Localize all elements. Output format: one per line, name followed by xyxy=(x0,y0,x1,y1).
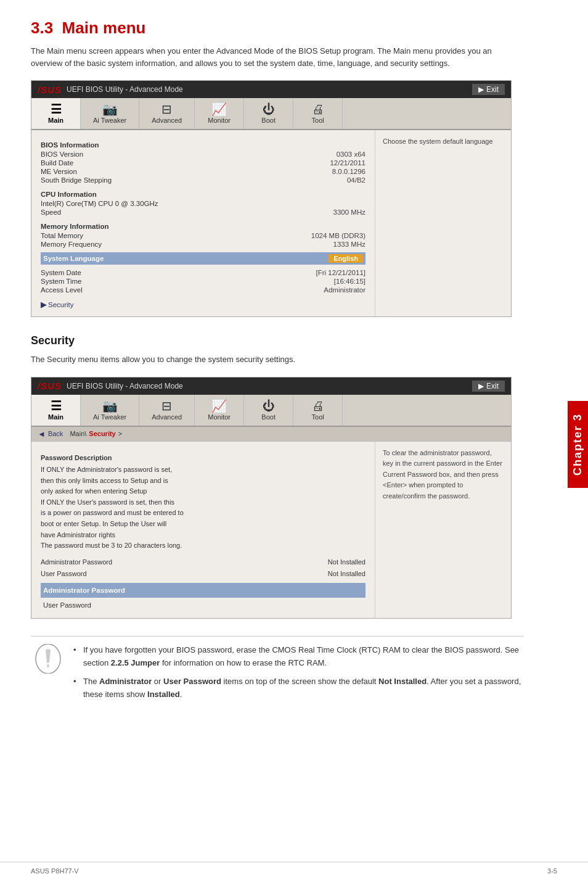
asus-logo: /SUS xyxy=(38,85,62,95)
bios-frame-security: /SUS UEFI BIOS Utility - Advanced Mode ▶… xyxy=(31,377,512,619)
tab-boot[interactable]: ⏻ Boot xyxy=(244,98,293,129)
section-description: The Main menu screen appears when you en… xyxy=(31,45,524,69)
tab2-main[interactable]: ☰ Main xyxy=(31,395,81,426)
tab2-tool[interactable]: 🖨 Tool xyxy=(293,395,343,426)
tab2-advanced-label: Advanced xyxy=(152,413,182,421)
exit-icon: ▶ xyxy=(478,85,484,94)
tab-advanced-label: Advanced xyxy=(152,117,182,124)
cpu-model-row: Intel(R) Core(TM) CPU 0 @ 3.30GHz xyxy=(41,199,365,208)
bios-security-body: Password Description If ONLY the Adminis… xyxy=(31,442,511,618)
chapter-label: Chapter 3 xyxy=(568,401,588,488)
bios-tabs: ☰ Main 📷 Ai Tweaker ⊟ Advanced 📈 Monitor… xyxy=(31,98,511,130)
note-item-1: If you have forgotten your BIOS password… xyxy=(73,644,524,670)
note-bold-not-installed: Not Installed xyxy=(378,677,427,686)
section-number: 3.3 xyxy=(31,19,53,37)
tool-icon-2: 🖨 xyxy=(312,400,324,412)
exit-button[interactable]: ▶ Exit xyxy=(472,84,505,95)
bios2-title: UEFI BIOS Utility - Advanced Mode xyxy=(67,382,183,390)
system-time-row[interactable]: System Time [16:46:15] xyxy=(41,277,365,286)
exit-icon-2: ▶ xyxy=(478,382,484,390)
monitor-icon: 📈 xyxy=(211,103,227,115)
note-content: If you have forgotten your BIOS password… xyxy=(73,644,524,708)
boot-icon-2: ⏻ xyxy=(263,400,275,412)
asus-logo-2: /SUS xyxy=(38,381,62,391)
ai-tweaker-icon-2: 📷 xyxy=(102,400,118,412)
tab2-ai-tweaker[interactable]: 📷 Ai Tweaker xyxy=(81,395,139,426)
tab-ai-label: Ai Tweaker xyxy=(93,117,126,124)
tab2-monitor-label: Monitor xyxy=(208,413,231,421)
note-svg xyxy=(33,644,63,674)
main-icon-2: ☰ xyxy=(51,400,62,412)
tab-advanced[interactable]: ⊟ Advanced xyxy=(139,98,195,129)
main-icon: ☰ xyxy=(51,103,62,115)
breadcrumb-back[interactable]: Back xyxy=(48,430,63,437)
bios-frame-main: /SUS UEFI BIOS Utility - Advanced Mode ▶… xyxy=(31,80,512,317)
note-bold-admin: Administrator xyxy=(99,677,152,686)
breadcrumb-gt: > xyxy=(118,430,122,437)
note-bold-user: User Password xyxy=(163,677,221,686)
user-password-info-row: User Password Not Installed xyxy=(41,568,365,580)
password-desc-text: If ONLY the Administrator's password is … xyxy=(41,464,365,551)
tab-main[interactable]: ☰ Main xyxy=(31,98,81,129)
memory-freq-row: Memory Frequency 1333 MHz xyxy=(41,240,365,249)
note-icon xyxy=(31,644,65,674)
tool-icon: 🖨 xyxy=(312,103,324,115)
bios-breadcrumb: ◄ Back Main\ Security > xyxy=(31,427,511,442)
admin-password-info-row: Administrator Password Not Installed xyxy=(41,556,365,569)
back-arrow-icon: ◄ xyxy=(38,429,46,439)
tab2-ai-label: Ai Tweaker xyxy=(93,413,126,421)
advanced-icon: ⊟ xyxy=(161,103,172,115)
build-date-row: Build Date 12/21/2011 xyxy=(41,159,365,167)
security-section-heading: Security xyxy=(31,334,524,347)
me-version-row: ME Version 8.0.0.1296 xyxy=(41,167,365,176)
monitor-icon-2: 📈 xyxy=(211,400,227,412)
bios-version-row: BIOS Version 0303 x64 xyxy=(41,150,365,159)
security-description: The Security menu items allow you to cha… xyxy=(31,353,524,366)
memory-info-header: Memory Information xyxy=(41,223,365,230)
bios-titlebar: /SUS UEFI BIOS Utility - Advanced Mode ▶… xyxy=(31,81,511,98)
bios2-tabs: ☰ Main 📷 Ai Tweaker ⊟ Advanced 📈 Monitor… xyxy=(31,395,511,427)
section-heading: 3.3 Main menu xyxy=(31,19,524,38)
note-item-2: The Administrator or User Password items… xyxy=(73,675,524,701)
system-language-label: System Language xyxy=(43,255,104,262)
tab-monitor-label: Monitor xyxy=(208,117,231,124)
tab-monitor[interactable]: 📈 Monitor xyxy=(195,98,244,129)
south-bridge-row: South Bridge Stepping 04/B2 xyxy=(41,176,365,184)
security-right-text: To clear the administrator password, key… xyxy=(383,449,502,500)
tab2-advanced[interactable]: ⊟ Advanced xyxy=(139,395,195,426)
security-label: Security xyxy=(48,301,74,308)
tab-tool[interactable]: 🖨 Tool xyxy=(293,98,343,129)
bios-security-left: Password Description If ONLY the Adminis… xyxy=(31,442,375,618)
footer-right: 3-5 xyxy=(547,867,557,875)
tab-main-label: Main xyxy=(48,117,63,124)
tab2-boot[interactable]: ⏻ Boot xyxy=(244,395,293,426)
note-box: If you have forgotten your BIOS password… xyxy=(31,636,524,715)
bios-title: UEFI BIOS Utility - Advanced Mode xyxy=(67,85,183,94)
chevron-icon: ▶ xyxy=(41,300,46,309)
admin-password-link[interactable]: Administrator Password xyxy=(41,583,365,598)
tab-ai-tweaker[interactable]: 📷 Ai Tweaker xyxy=(81,98,139,129)
exit-button-2[interactable]: ▶ Exit xyxy=(472,381,505,392)
bios2-titlebar: /SUS UEFI BIOS Utility - Advanced Mode ▶… xyxy=(31,377,511,395)
tab-tool-label: Tool xyxy=(312,117,324,124)
note-bold-1: 2.2.5 Jumper xyxy=(111,658,160,667)
bios-main-body: BIOS Information BIOS Version 0303 x64 B… xyxy=(31,130,511,316)
system-language-value: English xyxy=(329,254,363,263)
boot-icon: ⏻ xyxy=(263,103,275,115)
system-date-row[interactable]: System Date [Fri 12/21/2011] xyxy=(41,268,365,277)
page-footer: ASUS P8H77-V 3-5 xyxy=(0,862,588,875)
cpu-info-header: CPU Information xyxy=(41,191,365,198)
system-language-row[interactable]: System Language English xyxy=(41,252,365,265)
user-password-link[interactable]: User Password xyxy=(41,599,365,611)
security-link[interactable]: ▶ Security xyxy=(41,299,365,310)
tab2-monitor[interactable]: 📈 Monitor xyxy=(195,395,244,426)
breadcrumb-separator xyxy=(65,430,67,437)
tab2-tool-label: Tool xyxy=(312,413,324,421)
bios-main-right: Choose the system default language xyxy=(375,130,511,316)
cpu-speed-row: Speed 3300 MHz xyxy=(41,208,365,217)
access-level-row: Access Level Administrator xyxy=(41,286,365,294)
advanced-icon-2: ⊟ xyxy=(161,400,172,412)
section-title: Main menu xyxy=(62,19,146,37)
password-desc-header: Password Description xyxy=(41,453,365,464)
ai-tweaker-icon: 📷 xyxy=(102,103,118,115)
